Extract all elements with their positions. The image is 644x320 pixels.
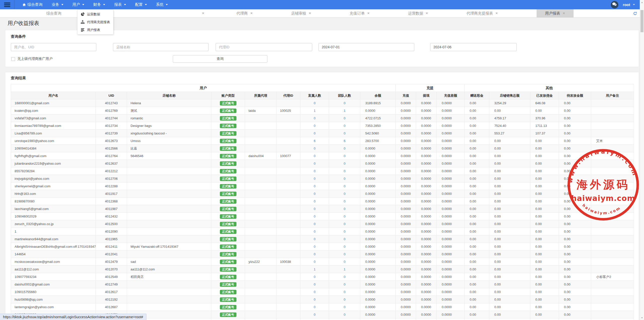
cell-team-count[interactable]: 0 xyxy=(329,175,360,183)
cell-direct-count[interactable]: 0 xyxy=(300,190,329,198)
count-link[interactable]: 0 xyxy=(314,252,315,256)
count-link[interactable]: 0 xyxy=(314,215,315,218)
nav-item-config[interactable]: 配置 xyxy=(132,0,150,9)
count-link[interactable]: 1 xyxy=(344,267,345,271)
count-link[interactable]: 0 xyxy=(314,169,315,173)
count-link[interactable]: 0 xyxy=(344,154,345,158)
tab-user-report[interactable]: 用户报表× xyxy=(537,9,574,17)
cell-direct-count[interactable]: 0 xyxy=(300,183,329,190)
cell-direct-count[interactable]: 0 xyxy=(300,220,329,228)
nav-item-system[interactable]: 系统 xyxy=(153,0,171,9)
cell-direct-count[interactable]: 0 xyxy=(300,258,329,266)
count-link[interactable]: 1 xyxy=(344,109,345,113)
count-link[interactable]: 0 xyxy=(344,162,345,165)
count-link[interactable]: 0 xyxy=(314,275,315,279)
menu-toggle-button[interactable] xyxy=(0,0,14,9)
count-link[interactable]: 0 xyxy=(314,282,315,286)
cell-team-count[interactable]: 0 xyxy=(329,213,360,220)
refresh-icon[interactable] xyxy=(633,9,637,18)
cell-direct-count[interactable]: 0 xyxy=(300,288,329,296)
count-link[interactable]: 6 xyxy=(314,139,315,143)
tab-close-icon[interactable]: × xyxy=(309,11,311,15)
cell-team-count[interactable]: 0 xyxy=(329,198,360,205)
scrollbar[interactable]: ▲ ▼ xyxy=(640,0,644,320)
count-link[interactable]: 0 xyxy=(344,116,345,120)
cell-team-count[interactable]: 0 xyxy=(329,235,360,243)
chat-button[interactable] xyxy=(611,1,618,9)
count-link[interactable]: 0 xyxy=(314,162,315,165)
cell-direct-count[interactable]: 0 xyxy=(300,311,329,318)
cell-team-count[interactable]: 0 xyxy=(329,318,360,320)
cell-direct-count[interactable]: 0 xyxy=(300,273,329,281)
cell-team-count[interactable]: 0 xyxy=(329,296,360,303)
scrollbar-thumb[interactable] xyxy=(640,10,643,32)
tab-recharge-orders[interactable]: 充值订单× xyxy=(341,9,378,17)
cell-team-count[interactable]: 0 xyxy=(329,303,360,311)
tab-close-icon[interactable]: × xyxy=(202,11,204,15)
cell-direct-count[interactable]: 6 xyxy=(300,137,329,145)
nav-item-users[interactable]: 用户 xyxy=(69,0,88,9)
menu-item-agent-recharge-report[interactable]: 代理商充提报表 xyxy=(77,18,113,26)
count-link[interactable]: 0 xyxy=(314,154,315,158)
scrollbar-down-icon[interactable]: ▼ xyxy=(640,315,644,320)
cell-team-count[interactable]: 0 xyxy=(329,311,360,318)
count-link[interactable]: 0 xyxy=(314,131,315,135)
count-link[interactable]: 0 xyxy=(344,222,345,226)
count-link[interactable]: 0 xyxy=(344,177,345,181)
date-to-input[interactable] xyxy=(430,43,517,51)
cell-direct-count[interactable]: 0 xyxy=(300,122,329,130)
cell-team-count[interactable]: 0 xyxy=(329,152,360,160)
nav-item-finance[interactable]: 财务 xyxy=(90,0,108,9)
cell-team-count[interactable]: 0 xyxy=(329,190,360,198)
count-link[interactable]: 0 xyxy=(314,101,315,105)
no-upper-agent-checkbox[interactable] xyxy=(11,57,15,61)
count-link[interactable]: 1 xyxy=(314,109,315,113)
count-link[interactable]: 0 xyxy=(344,305,345,309)
count-link[interactable]: 6 xyxy=(344,139,345,143)
cell-direct-count[interactable]: 0 xyxy=(300,167,329,175)
menu-item-operation-data[interactable]: 运营数据 xyxy=(77,10,113,18)
count-link[interactable]: 0 xyxy=(344,169,345,173)
agent-id-input[interactable] xyxy=(216,43,312,51)
count-link[interactable]: 0 xyxy=(344,215,345,218)
count-link[interactable]: 0 xyxy=(314,192,315,196)
count-link[interactable]: 0 xyxy=(314,230,315,233)
count-link[interactable]: 0 xyxy=(344,260,345,264)
count-link[interactable]: 0 xyxy=(314,147,315,150)
count-link[interactable]: 0 xyxy=(344,101,345,105)
tab-agent-recharge-report[interactable]: 代理商充提报表× xyxy=(458,9,506,17)
count-link[interactable]: 0 xyxy=(344,192,345,196)
cell-team-count[interactable]: 0 xyxy=(329,228,360,235)
cell-team-count[interactable]: 1 xyxy=(329,266,360,273)
cell-team-count[interactable]: 0 xyxy=(329,160,360,167)
count-link[interactable]: 0 xyxy=(344,245,345,248)
count-link[interactable]: 0 xyxy=(314,245,315,248)
count-link[interactable]: 0 xyxy=(344,131,345,135)
cell-direct-count[interactable]: 0 xyxy=(300,99,329,107)
count-link[interactable]: 0 xyxy=(344,237,345,241)
cell-direct-count[interactable]: 0 xyxy=(300,198,329,205)
cell-team-count[interactable]: 1 xyxy=(329,107,360,115)
cell-team-count[interactable]: 0 xyxy=(329,99,360,107)
tab-agents[interactable]: 代理商× xyxy=(228,9,261,17)
nav-item-composite-query[interactable]: 综合查询 xyxy=(19,0,46,9)
count-link[interactable]: 0 xyxy=(344,313,345,316)
username-uid-input[interactable] xyxy=(11,43,96,51)
cell-direct-count[interactable]: 0 xyxy=(300,281,329,288)
scrollbar-up-icon[interactable]: ▲ xyxy=(640,0,644,5)
count-link[interactable]: 0 xyxy=(344,290,345,294)
cell-direct-count[interactable]: 0 xyxy=(300,318,329,320)
count-link[interactable]: 0 xyxy=(344,252,345,256)
cell-direct-count[interactable]: 0 xyxy=(300,251,329,258)
cell-direct-count[interactable]: 1 xyxy=(300,107,329,115)
count-link[interactable]: 0 xyxy=(314,222,315,226)
cell-team-count[interactable]: 0 xyxy=(329,281,360,288)
cell-team-count[interactable]: 0 xyxy=(329,220,360,228)
cell-team-count[interactable]: 0 xyxy=(329,251,360,258)
search-button[interactable]: 查询 xyxy=(173,55,267,63)
tab-shop-review[interactable]: 店铺审核× xyxy=(283,9,319,17)
tab-close-icon[interactable]: × xyxy=(495,11,498,15)
cell-team-count[interactable]: 0 xyxy=(329,183,360,190)
count-link[interactable]: 0 xyxy=(314,290,315,294)
cell-direct-count[interactable]: 0 xyxy=(300,160,329,167)
